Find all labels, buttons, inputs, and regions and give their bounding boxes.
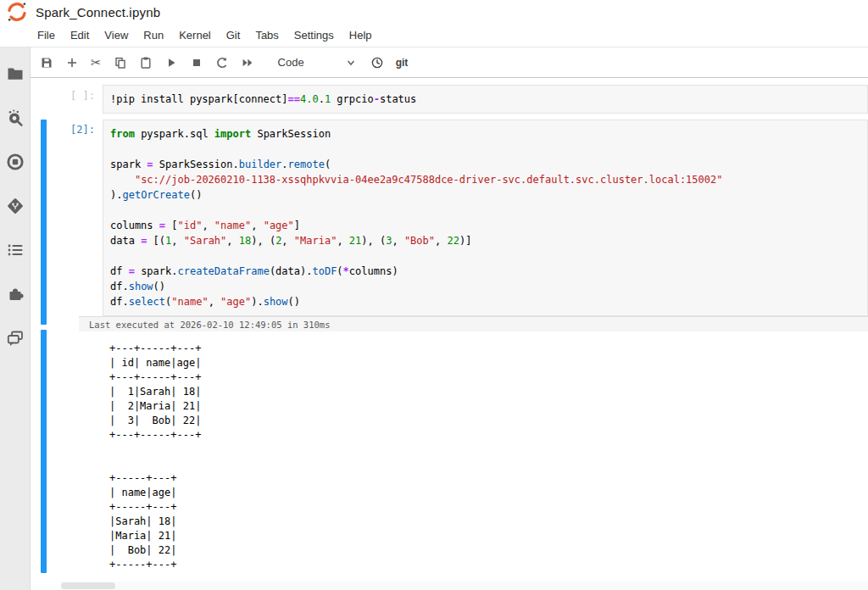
save-icon[interactable] — [40, 56, 53, 70]
paste-icon[interactable] — [139, 56, 153, 70]
menu-view[interactable]: View — [97, 25, 136, 45]
menu-help[interactable]: Help — [342, 25, 380, 45]
chat-icon[interactable] — [6, 329, 25, 348]
menu-bar: File Edit View Run Kernel Git Tabs Setti… — [0, 24, 868, 47]
cell-2-editor[interactable]: from pyspark.sql import SparkSession spa… — [103, 120, 868, 316]
notebook-toolbar: ✂ Code git — [31, 47, 868, 78]
chevron-down-icon — [345, 57, 357, 69]
cell-2-input-prompt: [2]: — [31, 124, 95, 136]
menu-run[interactable]: Run — [136, 25, 171, 45]
restart-run-all-icon[interactable] — [241, 56, 254, 70]
execution-time-clock-icon[interactable] — [370, 56, 384, 70]
execution-time-indicator: Last executed at 2026-02-10 12:49:05 in … — [79, 316, 868, 331]
title-bar: Spark_Connect.ipynb — [0, 0, 868, 24]
cell-2-output-text: +---+-----+---+ | id| name|age| +---+---… — [109, 342, 201, 572]
cell-1-input-prompt: [ ]: — [31, 90, 95, 102]
file-browser-icon[interactable] — [6, 64, 25, 83]
cell-2-input-collapser[interactable] — [41, 120, 47, 325]
extensions-icon[interactable] — [6, 285, 25, 303]
menu-kernel[interactable]: Kernel — [171, 25, 219, 45]
table-of-contents-icon[interactable] — [6, 241, 25, 259]
cell-type-value: Code — [278, 56, 304, 69]
run-icon[interactable] — [164, 56, 178, 70]
notebook-title[interactable]: Spark_Connect.ipynb — [36, 5, 160, 19]
git-toolbar-button[interactable]: git — [396, 57, 409, 69]
restart-kernel-icon[interactable] — [215, 56, 229, 70]
running-kernels-icon[interactable] — [6, 153, 25, 171]
notebook-panel: [ ]: !pip install pyspark[connect]==4.0.… — [31, 78, 868, 590]
experiment-search-icon[interactable] — [6, 109, 25, 127]
horizontal-scrollbar-thumb[interactable] — [61, 582, 115, 589]
cell-2-output-collapser[interactable] — [41, 330, 47, 573]
add-cell-icon[interactable] — [65, 56, 79, 70]
menu-file[interactable]: File — [30, 25, 63, 45]
git-icon[interactable] — [6, 197, 25, 215]
left-sidebar — [0, 47, 31, 590]
menu-settings[interactable]: Settings — [287, 25, 342, 45]
menu-tabs[interactable]: Tabs — [248, 25, 286, 45]
cell-type-dropdown[interactable]: Code — [278, 56, 357, 69]
cell-1-editor[interactable]: !pip install pyspark[connect]==4.0.1 grp… — [103, 85, 868, 114]
menu-git[interactable]: Git — [219, 25, 248, 45]
menu-edit[interactable]: Edit — [63, 25, 97, 45]
horizontal-scrollbar[interactable] — [61, 582, 868, 590]
copy-icon[interactable] — [114, 56, 127, 70]
stop-icon[interactable] — [190, 56, 203, 70]
app-logo-icon — [6, 1, 28, 23]
cut-icon[interactable]: ✂ — [91, 56, 102, 70]
